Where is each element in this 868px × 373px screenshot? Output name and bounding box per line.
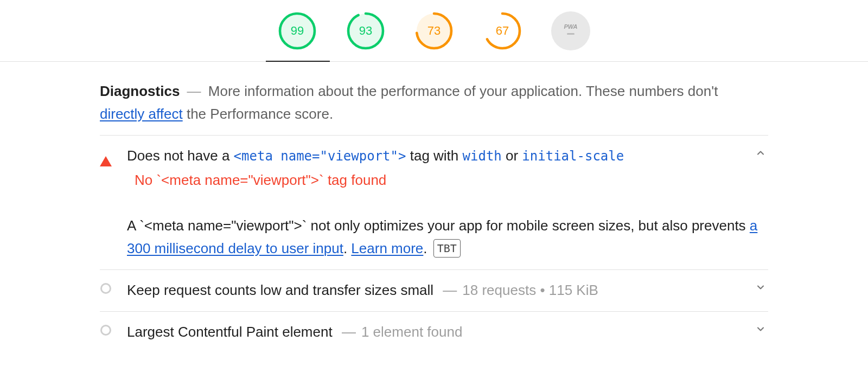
chevron-down-icon[interactable] xyxy=(755,282,766,293)
audit-requests-meta: 18 requests • 115 KiB xyxy=(462,282,598,298)
diagnostics-header: Diagnostics — More information about the… xyxy=(100,80,768,136)
performance-gauge[interactable]: 99 xyxy=(278,11,317,50)
audit-lcp-title: Largest Contentful Paint element xyxy=(127,324,333,340)
pwa-dash-icon xyxy=(567,33,575,35)
diagnostics-desc-2: the Performance score. xyxy=(183,106,333,122)
pwa-gauge[interactable]: PWA xyxy=(551,11,590,50)
audit-viewport[interactable]: Does not have a <meta name="viewport"> t… xyxy=(100,136,768,270)
audit-lcp-element[interactable]: Largest Contentful Paint element —1 elem… xyxy=(100,312,768,353)
diagnostics-section: Diagnostics — More information about the… xyxy=(100,62,768,353)
accessibility-score: 93 xyxy=(359,24,372,38)
seo-gauge[interactable]: 67 xyxy=(483,11,522,50)
tbt-badge: TBT xyxy=(433,239,461,258)
audit-request-counts[interactable]: Keep request counts low and transfer siz… xyxy=(100,270,768,312)
pwa-label: PWA xyxy=(564,23,577,30)
accessibility-gauge[interactable]: 93 xyxy=(346,11,385,50)
dash-separator: — xyxy=(187,83,201,99)
dash-separator: — xyxy=(342,324,356,340)
score-tabs: 99 93 73 67 PWA xyxy=(0,0,868,62)
directly-affect-link[interactable]: directly affect xyxy=(100,106,183,122)
chevron-up-icon[interactable] xyxy=(755,147,766,158)
audit-lcp-meta: 1 element found xyxy=(361,324,462,340)
performance-score: 99 xyxy=(291,24,304,38)
seo-score: 67 xyxy=(496,24,509,38)
diagnostics-desc-1: More information about the performance o… xyxy=(208,83,718,99)
audit-requests-title: Keep request counts low and transfer siz… xyxy=(127,282,433,298)
best-practices-score: 73 xyxy=(427,24,441,38)
learn-more-link[interactable]: Learn more xyxy=(351,240,423,256)
info-circle-icon xyxy=(100,325,111,336)
best-practices-gauge[interactable]: 73 xyxy=(414,11,454,50)
audit-viewport-error: No `<meta name="viewport">` tag found xyxy=(135,172,768,189)
audit-viewport-description: A `<meta name="viewport">` not only opti… xyxy=(127,215,768,260)
info-circle-icon xyxy=(100,283,111,294)
chevron-down-icon[interactable] xyxy=(755,324,766,335)
active-tab-underline xyxy=(266,61,330,62)
dash-separator: — xyxy=(443,282,457,298)
audit-viewport-title: Does not have a <meta name="viewport"> t… xyxy=(127,145,768,166)
diagnostics-title: Diagnostics xyxy=(100,83,180,99)
fail-triangle-icon xyxy=(100,156,112,166)
